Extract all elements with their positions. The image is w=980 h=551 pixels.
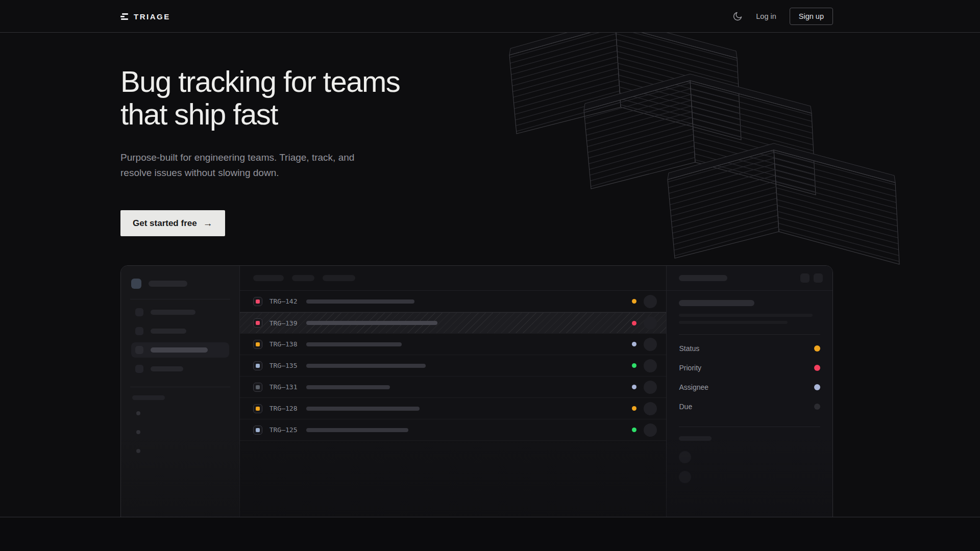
issue-title-placeholder [306,342,402,346]
divider [130,299,230,299]
issue-row: TRG–142 [240,291,667,312]
assignee-avatar [644,316,657,330]
theme-toggle-button[interactable] [732,11,743,21]
mock-nav-label-placeholder [151,366,183,371]
issue-id: TRG–128 [270,405,299,412]
divider [679,334,820,335]
get-started-label: Get started free [133,218,197,229]
signup-button[interactable]: Sign up [790,8,833,25]
issue-type-icon [253,297,262,306]
mock-nav-icon [135,308,143,316]
hero-section: Bug tracking for teamsthat ship fast Pur… [0,33,980,517]
assignee-avatar [644,295,657,308]
assignee-avatar [644,359,657,372]
mock-list-header [240,266,667,291]
mock-nav-label-placeholder [151,329,186,334]
mock-sidebar [121,266,240,517]
issue-id: TRG–138 [270,340,299,348]
issue-row: TRG–135 [240,355,667,377]
issue-type-icon [253,340,262,349]
mock-workspace-row [131,279,229,289]
issue-title-placeholder [306,299,414,304]
issue-id: TRG–135 [270,362,299,369]
mock-description-placeholder [679,314,813,317]
issue-row: TRG–125 [240,419,667,441]
mock-nav-item-active [131,342,229,358]
detail-field-assignee: Assignee [679,378,820,397]
assignee-avatar [644,402,657,415]
status-dot [632,321,636,325]
mock-detail-header [667,266,832,291]
mock-nav-icon [135,365,143,373]
issue-row: TRG–131 [240,377,667,398]
hero-subtitle: Purpose-built for engineering teams. Tri… [120,150,980,181]
detail-field-due: Due [679,397,820,416]
brand-name: TRIAGE [134,12,170,21]
issue-type-icon [253,383,262,392]
mock-list-bullet [136,449,140,453]
mock-nav-icon [135,346,143,354]
issue-title-placeholder [306,428,408,432]
mock-issue-title-placeholder [679,300,754,306]
divider [130,387,230,387]
mock-nav-item [131,361,229,377]
assignee-value-dot [814,384,820,390]
arrow-right-icon: → [203,218,213,229]
mock-nav-label-placeholder [151,347,208,353]
divider [679,427,820,427]
mock-nav-item [131,323,229,339]
mock-list-bullet [136,411,140,415]
hero-heading: Bug tracking for teamsthat ship fast [120,65,980,131]
mock-nav-label-placeholder [151,310,195,315]
mock-list-bullet [136,430,140,434]
issue-title-placeholder [306,364,426,368]
issue-row: TRG–138 [240,334,667,355]
issue-id: TRG–131 [270,383,299,391]
field-label: Assignee [679,383,708,391]
status-dot [632,299,636,304]
login-link[interactable]: Log in [756,12,776,20]
issue-type-icon [253,425,262,435]
issue-id: TRG–125 [270,426,299,434]
issue-row-selected: TRG–139 [240,312,667,334]
app-preview-mock: TRG–142 TRG–139 TRG–138 [120,265,833,517]
mock-detail-actions [800,273,823,283]
mock-detail-panel: Status Priority Assignee Due [666,266,832,517]
mock-workspace-name-placeholder [149,281,187,287]
mock-section-label-placeholder [132,395,165,400]
mock-activity-label-placeholder [679,436,712,441]
status-dot [632,342,636,346]
brand-logo[interactable]: TRIAGE [120,12,170,21]
mock-action-button [814,273,823,283]
issue-type-icon [253,361,262,370]
mock-tab-placeholder [292,275,314,281]
issue-row: TRG–128 [240,398,667,419]
mock-comment-avatar [679,451,691,463]
get-started-button[interactable]: Get started free → [120,210,225,236]
issue-type-icon [253,318,262,328]
mock-tab-placeholder [323,275,355,281]
priority-value-dot [814,365,820,371]
status-dot [632,363,636,368]
issue-id: TRG–142 [270,297,299,305]
field-label: Due [679,403,692,411]
triage-bars-icon [120,13,129,20]
detail-field-priority: Priority [679,358,820,378]
mock-description-placeholder [679,321,788,324]
detail-field-status: Status [679,339,820,358]
status-dot [632,385,636,389]
issue-title-placeholder [306,385,390,389]
top-nav: TRIAGE Log in Sign up [0,0,980,33]
issue-title-placeholder [306,321,437,325]
mock-detail-title-placeholder [679,275,727,281]
mock-comment-avatar [679,471,691,483]
issue-title-placeholder [306,407,420,411]
assignee-avatar [644,338,657,351]
due-value-dot [814,404,820,410]
field-label: Priority [679,364,701,372]
status-value-dot [814,345,820,352]
status-dot [632,428,636,432]
mock-action-button [800,273,810,283]
issue-type-icon [253,404,262,413]
field-label: Status [679,344,699,353]
